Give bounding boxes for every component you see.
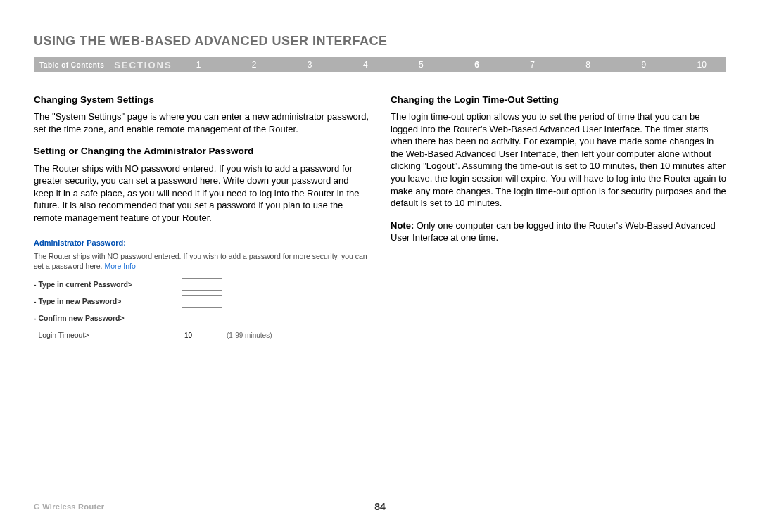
nav-section-4[interactable]: 4 [360,60,371,70]
nav-numbers: 1 2 3 4 5 6 7 8 9 10 [194,60,723,70]
nav-section-1[interactable]: 1 [194,60,204,70]
row-new-password: - Type in new Password> [34,295,369,308]
label-confirm-password: - Confirm new Password> [34,313,182,323]
panel-desc: The Router ships with NO password entere… [34,251,369,271]
row-current-password: - Type in current Password> [34,278,369,291]
nav-section-7[interactable]: 7 [527,60,538,70]
row-confirm-password: - Confirm new Password> [34,312,369,324]
footer-page-number: 84 [374,501,386,512]
right-column: Changing the Login Time-Out Setting The … [391,94,726,346]
para-system-settings: The "System Settings" page is where you … [34,110,369,135]
heading-system-settings: Changing System Settings [34,94,369,106]
input-new-password[interactable] [182,295,222,308]
label-login-timeout: - Login Timeout> [34,330,182,340]
nav-section-8[interactable]: 8 [583,60,593,70]
content-columns: Changing System Settings The "System Set… [34,94,726,346]
page-title: USING THE WEB-BASED ADVANCED USER INTERF… [34,34,726,49]
input-confirm-password[interactable] [182,312,222,324]
page-footer: G Wireless Router 84 [34,502,726,511]
left-column: Changing System Settings The "System Set… [34,94,369,346]
nav-section-3[interactable]: 3 [305,60,315,70]
admin-password-panel: Administrator Password: The Router ships… [34,238,369,341]
para-admin-password: The Router ships with NO password entere… [34,163,369,224]
footer-product: G Wireless Router [34,502,104,511]
nav-sections-label: SECTIONS [114,60,193,70]
para-login-timeout: The login time-out option allows you to … [391,110,726,209]
note-body: Only one computer can be logged into the… [391,220,716,243]
nav-section-9[interactable]: 9 [638,60,649,70]
row-login-timeout: - Login Timeout> (1-99 minutes) [34,329,369,341]
nav-section-5[interactable]: 5 [416,60,426,70]
input-login-timeout[interactable] [182,329,222,341]
panel-desc-text: The Router ships with NO password entere… [34,252,367,270]
nav-section-10[interactable]: 10 [695,60,709,70]
heading-admin-password: Setting or Changing the Administrator Pa… [34,145,369,158]
nav-toc[interactable]: Table of Contents [37,61,114,69]
nav-section-2[interactable]: 2 [249,60,260,70]
input-current-password[interactable] [182,278,222,291]
section-navbar: Table of Contents SECTIONS 1 2 3 4 5 6 7… [34,57,726,72]
heading-login-timeout: Changing the Login Time-Out Setting [391,94,726,106]
hint-login-timeout: (1-99 minutes) [227,331,272,341]
label-new-password: - Type in new Password> [34,296,182,306]
more-info-link[interactable]: More Info [104,262,135,270]
nav-section-6[interactable]: 6 [471,60,482,70]
label-current-password: - Type in current Password> [34,279,182,289]
para-note: Note: Only one computer can be logged in… [391,220,726,244]
note-label: Note: [391,220,417,231]
panel-title: Administrator Password: [34,238,369,248]
